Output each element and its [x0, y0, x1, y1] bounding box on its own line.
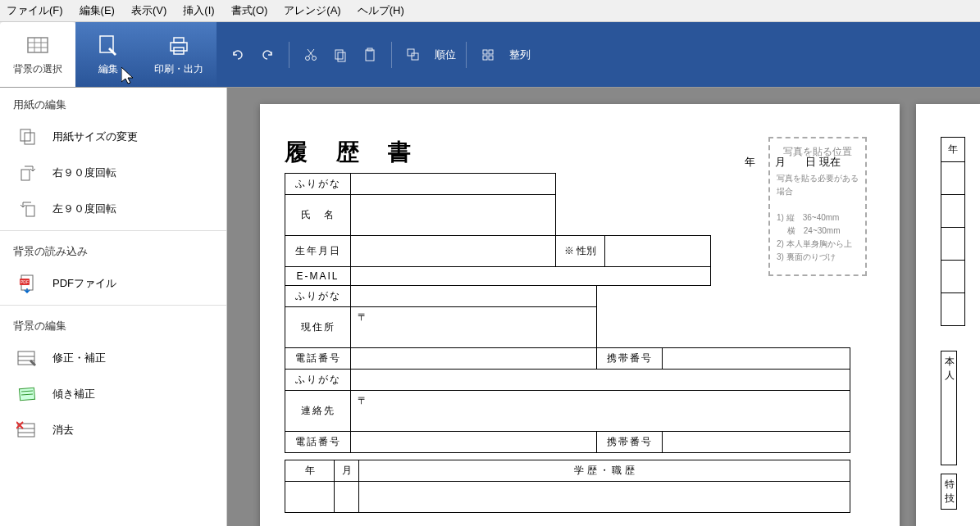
address-table: ふりがな 現住所〒 電話番号携帯番号 ふりがな 連絡先〒 電話番号携帯番号	[285, 285, 850, 453]
menu-file[interactable]: ファイル(F)	[7, 3, 63, 18]
erase-label: 消去	[52, 423, 74, 438]
undo-icon	[230, 48, 245, 62]
svg-rect-26	[26, 206, 34, 216]
svg-line-11	[308, 49, 314, 57]
menu-format[interactable]: 書式(O)	[231, 3, 268, 18]
svg-rect-23	[21, 129, 30, 141]
menu-view[interactable]: 表示(V)	[131, 3, 166, 18]
correction-icon	[16, 348, 39, 368]
tab-edit[interactable]: 編集	[75, 22, 141, 87]
align-icon	[481, 48, 495, 62]
order-label: 順位	[435, 48, 456, 62]
erase-icon	[16, 420, 39, 440]
svg-rect-22	[489, 56, 493, 60]
sidebar-paper-size[interactable]: 用紙サイズの変更	[0, 119, 226, 155]
pdf-icon: PDF	[16, 274, 39, 293]
toolbar-row: 背景の選択 編集 印刷・出力 順位 整列	[0, 22, 980, 88]
align-button[interactable]	[476, 43, 499, 66]
svg-rect-20	[489, 50, 493, 54]
tab-print[interactable]: 印刷・出力	[141, 22, 217, 87]
undo-button[interactable]	[226, 43, 249, 66]
copy-button[interactable]	[329, 43, 352, 66]
main-area: 用紙の編集 用紙サイズの変更 右９０度回転 左９０度回転 背景の読み込み PDF…	[0, 88, 980, 526]
svg-line-12	[308, 49, 313, 57]
svg-rect-25	[21, 170, 30, 180]
svg-rect-7	[174, 38, 184, 43]
rotate-left-label: 左９０度回転	[52, 202, 116, 216]
svg-rect-21	[483, 56, 487, 60]
align-label: 整列	[509, 48, 531, 62]
document-page-1: 履 歴 書 年月日 現在 ふりがな 氏 名 生年月日※ 性別 E-MAIL ふり…	[260, 104, 900, 526]
paste-icon	[362, 48, 377, 62]
paste-button[interactable]	[358, 43, 381, 66]
copy-icon	[333, 48, 348, 62]
redo-button[interactable]	[256, 43, 279, 66]
history-table: 年月学 歴 ・ 職 歴	[285, 460, 850, 513]
svg-rect-13	[335, 50, 343, 59]
sidebar-correction[interactable]: 修正・補正	[0, 340, 226, 376]
rotate-right-icon	[16, 163, 39, 183]
canvas-area[interactable]: 履 歴 書 年月日 現在 ふりがな 氏 名 生年月日※ 性別 E-MAIL ふり…	[227, 88, 980, 526]
sidebar-tilt[interactable]: 傾き補正	[0, 376, 226, 412]
svg-point-9	[306, 56, 310, 60]
svg-rect-17	[408, 49, 414, 56]
personal-info-table: ふりがな 氏 名 生年月日※ 性別 E-MAIL	[285, 173, 711, 286]
paper-size-icon	[16, 127, 39, 147]
pdf-file-label: PDFファイル	[52, 276, 116, 291]
sidebar-pdf-file[interactable]: PDF PDFファイル	[0, 265, 226, 302]
menu-help[interactable]: ヘルプ(H)	[358, 3, 404, 18]
svg-rect-14	[338, 52, 345, 61]
svg-rect-18	[412, 53, 418, 60]
bg-select-icon	[25, 33, 51, 59]
print-icon	[166, 33, 192, 59]
blue-toolbar: 順位 整列	[217, 22, 980, 87]
section-paper-edit: 用紙の編集	[0, 88, 226, 119]
section-bg-edit: 背景の編集	[0, 309, 226, 340]
rotate-left-icon	[16, 199, 39, 219]
cut-button[interactable]	[299, 43, 322, 66]
sidebar-rotate-right[interactable]: 右９０度回転	[0, 155, 226, 191]
svg-point-10	[312, 56, 317, 60]
svg-rect-24	[25, 133, 34, 144]
svg-rect-6	[171, 43, 187, 51]
menu-insert[interactable]: 挿入(I)	[183, 3, 214, 18]
document-page-2: 年 本人 特技	[916, 104, 980, 526]
tilt-icon	[16, 384, 39, 404]
svg-text:PDF: PDF	[21, 279, 29, 284]
section-bg-load: 背景の読み込み	[0, 234, 226, 265]
tilt-label: 傾き補正	[52, 387, 95, 401]
rotate-right-label: 右９０度回転	[52, 166, 116, 180]
sidebar-rotate-left[interactable]: 左９０度回転	[0, 191, 226, 227]
svg-rect-19	[483, 50, 487, 54]
cut-icon	[303, 48, 318, 62]
correction-label: 修正・補正	[52, 351, 106, 365]
order-icon	[406, 48, 421, 62]
photo-box: 写真を貼る位置 写真を貼る必要がある場合 1) 縦 36~40mm 横 24~3…	[768, 137, 867, 276]
menu-arrange[interactable]: アレンジ(A)	[284, 3, 340, 18]
sidebar-erase[interactable]: 消去	[0, 412, 226, 448]
tab-bg-select[interactable]: 背景の選択	[0, 22, 75, 87]
svg-rect-0	[28, 38, 48, 52]
menubar: ファイル(F) 編集(E) 表示(V) 挿入(I) 書式(O) アレンジ(A) …	[0, 0, 980, 22]
svg-rect-15	[366, 50, 374, 61]
menu-edit[interactable]: 編集(E)	[80, 3, 115, 18]
sidebar: 用紙の編集 用紙サイズの変更 右９０度回転 左９０度回転 背景の読み込み PDF…	[0, 88, 227, 526]
edit-icon	[95, 33, 121, 59]
paper-size-label: 用紙サイズの変更	[52, 129, 138, 144]
order-button[interactable]	[402, 43, 425, 66]
redo-icon	[260, 48, 275, 62]
